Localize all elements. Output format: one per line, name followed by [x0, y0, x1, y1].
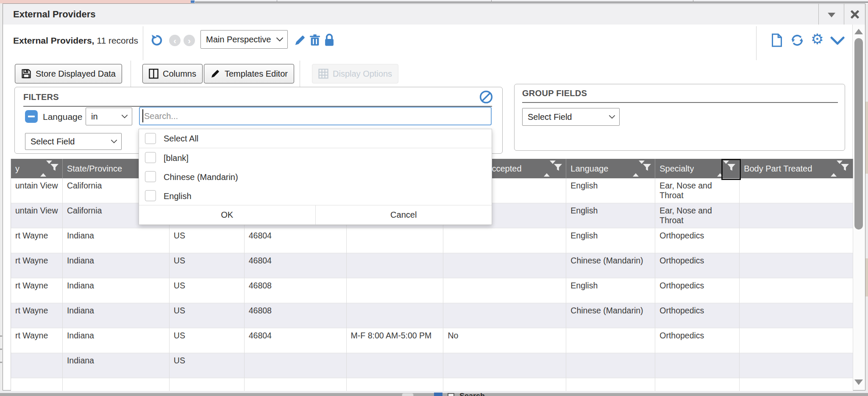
- table-cell: Ear, Nose and Throat: [655, 178, 740, 203]
- filter-icon[interactable]: [554, 163, 562, 174]
- templates-editor-button[interactable]: Templates Editor: [204, 64, 294, 83]
- underlying-blue-mark: [191, 0, 195, 3]
- sort-icon[interactable]: [633, 164, 639, 174]
- table-cell: [740, 328, 853, 353]
- refresh-button[interactable]: [790, 34, 804, 48]
- dialog-close-button[interactable]: [844, 4, 865, 25]
- filter-icon: [554, 163, 562, 172]
- checkbox[interactable]: [145, 152, 156, 163]
- chevron-down-icon: [111, 139, 117, 144]
- dialog-collapse-button[interactable]: [818, 4, 844, 25]
- dropdown-item[interactable]: [blank]: [139, 148, 492, 167]
- table-cell: [443, 228, 566, 253]
- delete-perspective-button[interactable]: [309, 34, 321, 48]
- filter-icon[interactable]: [840, 163, 849, 174]
- group-fields-panel: GROUP FIELDS Select Field: [514, 84, 845, 151]
- filter-icon[interactable]: [50, 163, 59, 174]
- table-cell: [655, 353, 740, 378]
- table-cell: [347, 278, 444, 303]
- perspective-select[interactable]: Main Perspective: [200, 30, 288, 49]
- table-cell: [11, 353, 63, 378]
- chevron-down-icon: [830, 36, 845, 46]
- group-fields-heading: GROUP FIELDS: [522, 89, 587, 98]
- vertical-scrollbar[interactable]: [852, 25, 865, 390]
- table-cell: [443, 353, 566, 378]
- ok-button[interactable]: OK: [139, 205, 316, 224]
- filter-icon: [840, 163, 849, 172]
- chevron-down-icon: [609, 115, 615, 119]
- sort-icon[interactable]: [40, 164, 46, 174]
- store-displayed-data-button[interactable]: Store Displayed Data: [15, 64, 122, 83]
- header-cell[interactable]: y: [11, 159, 63, 178]
- table-cell: [740, 378, 853, 391]
- checkbox[interactable]: [145, 171, 156, 182]
- gear-icon: ⚙: [811, 31, 823, 47]
- filter-icon[interactable]: [643, 163, 651, 174]
- settings-button[interactable]: ⚙: [811, 32, 823, 46]
- table-cell: 46808: [245, 303, 347, 328]
- underlying-page-right: [865, 3, 868, 390]
- underlying-pink-panel: [0, 0, 191, 3]
- chevron-down-icon: [121, 114, 128, 119]
- table-cell: Orthopedics: [655, 303, 740, 328]
- dropdown-item[interactable]: Chinese (Mandarin): [139, 167, 492, 186]
- scroll-down-arrow[interactable]: [854, 379, 863, 385]
- group-field-select[interactable]: Select Field: [522, 108, 620, 126]
- screen: Search External Providers External Provi…: [0, 0, 868, 396]
- filter-icon: [50, 163, 59, 172]
- table-cell: English: [566, 228, 655, 253]
- scroll-up-arrow[interactable]: [854, 29, 863, 34]
- table-cell: [347, 353, 444, 378]
- table-cell: [566, 353, 655, 378]
- filter-search-input[interactable]: [139, 107, 492, 125]
- collapse-toolbar-button[interactable]: [830, 36, 845, 47]
- dropdown-item-select-all[interactable]: Select All: [139, 129, 492, 148]
- table-row: rt WayneIndianaUS46804Chinese (Mandarin)…: [11, 253, 853, 278]
- table-cell: [170, 378, 245, 391]
- grid-icon: [318, 69, 328, 79]
- remove-filter-button[interactable]: [25, 110, 38, 123]
- table-cell: US: [170, 278, 245, 303]
- table-cell: Indiana: [63, 253, 170, 278]
- lock-icon: [323, 33, 335, 47]
- scrollbar-thumb[interactable]: [854, 38, 863, 230]
- undo-button[interactable]: [150, 33, 164, 49]
- header-cell[interactable]: Body Part Treated: [740, 159, 853, 178]
- display-options-button: Display Options: [312, 64, 398, 83]
- table-cell: English: [566, 278, 655, 303]
- clear-filters-button[interactable]: [479, 90, 493, 105]
- filter-operator-select[interactable]: in: [86, 108, 132, 125]
- table-cell: Ear, Nose and Throat: [655, 203, 740, 228]
- cancel-button[interactable]: Cancel: [316, 205, 492, 224]
- table-cell: untain View: [11, 203, 63, 228]
- table-cell: Indiana: [63, 328, 170, 353]
- table-cell: [655, 378, 740, 391]
- table-cell: Chinese (Mandarin): [566, 303, 655, 328]
- columns-button[interactable]: Columns: [142, 64, 203, 83]
- table-cell: US: [170, 253, 245, 278]
- underlying-search-icon: [448, 393, 454, 396]
- edit-perspective-button[interactable]: [294, 34, 306, 48]
- lock-perspective-button[interactable]: [323, 33, 335, 48]
- header-cell[interactable]: Language: [566, 159, 655, 178]
- table-cell: rt Wayne: [11, 278, 63, 303]
- new-document-button[interactable]: [771, 33, 783, 49]
- sort-icon[interactable]: [831, 164, 837, 174]
- table-cell: [347, 303, 444, 328]
- language-filter-dropdown: Select All [blank]Chinese (Mandarin)Engl…: [139, 129, 492, 225]
- dropdown-item[interactable]: English: [139, 186, 492, 205]
- table-cell: [347, 253, 444, 278]
- checkbox[interactable]: [145, 190, 156, 201]
- table-cell: [245, 353, 347, 378]
- checkbox[interactable]: [145, 133, 156, 144]
- table-row: rt WayneIndianaUS46808EnglishOrthopedics: [11, 278, 853, 303]
- table-cell: [740, 203, 853, 228]
- add-filter-field-select[interactable]: Select Field: [25, 133, 122, 150]
- table-cell: M-F 8:00 AM-5:00 PM: [347, 328, 444, 353]
- ban-icon: [479, 90, 493, 104]
- text-caret: [142, 109, 143, 122]
- sort-icon[interactable]: [544, 164, 550, 174]
- table-cell: No: [443, 328, 566, 353]
- table-cell: 46808: [245, 278, 347, 303]
- chevron-down-icon: [276, 37, 284, 42]
